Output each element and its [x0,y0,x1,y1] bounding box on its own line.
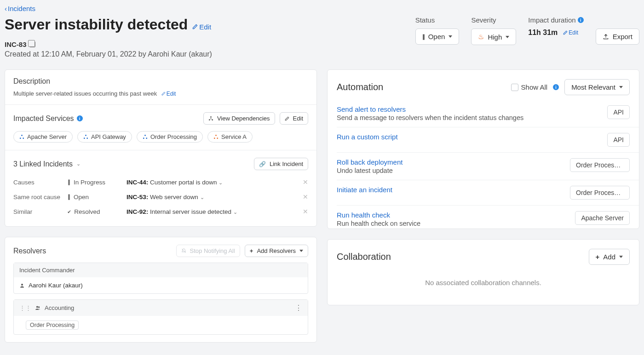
linked-relation: Similar [13,208,64,215]
automation-action-link[interactable]: Roll back deployment [337,158,402,166]
show-all-checkbox[interactable]: Show All [511,83,548,91]
collaboration-empty: No associated collaboration channels. [337,265,630,296]
automation-card: Automation Show All i Most Relevant Send… [327,69,639,229]
plus-icon: + [250,247,253,254]
view-dependencies-button[interactable]: View Dependencies [203,112,275,125]
automation-action-link[interactable]: Send alert to resolvers [337,105,523,113]
chevron-down-icon: ⌄ [76,161,80,167]
linked-relation: Same root cause [13,194,64,200]
linked-incident-row: Same root cause∥OpenINC-53: Web server d… [13,189,308,204]
linked-relation: Causes [13,179,64,186]
linked-incident-row: Similar✔ResolvedINC-92: Internal server … [13,204,308,219]
status-label: Status [415,16,460,24]
checkbox-icon [511,84,518,91]
incident-commander-label: Incident Commander [14,263,308,277]
incident-id: INC-83 [5,40,27,48]
drag-handle-icon[interactable]: ⋮⋮ [19,304,31,311]
automation-tag[interactable]: API [607,105,630,119]
team-tag[interactable]: Order Processing [26,321,79,330]
service-name: Order Processing [150,133,197,140]
status-icon: ∥ [68,194,70,200]
remove-link-button[interactable]: ✕ [299,178,308,186]
impact-value: 11h 31m [528,29,558,37]
link-icon: 🔗 [259,161,266,167]
remove-link-button[interactable]: ✕ [299,193,308,200]
automation-tag[interactable]: Order Processing [570,186,630,200]
copy-icon[interactable] [29,41,35,47]
chevron-down-icon: ⌄ [218,180,223,185]
add-resolvers-button[interactable]: + Add Resolvers [245,245,308,257]
svg-point-0 [210,116,212,118]
page-title: Server instability detected [5,16,188,33]
service-chip[interactable]: API Gateway [77,131,132,143]
status-icon: ✔ [68,208,70,215]
edit-title-link[interactable]: Edit [192,23,211,31]
export-button[interactable]: Export [596,29,639,45]
automation-title: Automation [337,82,383,92]
dependencies-icon [208,116,213,121]
meta-row: Status ∥ Open Severity ♨ High Impact dur… [415,16,639,45]
kebab-menu-icon[interactable]: ⋮ [295,303,302,312]
svg-point-5 [23,137,24,139]
service-chip[interactable]: Service A [207,131,253,143]
service-icon [19,134,24,139]
service-chip[interactable]: Order Processing [137,131,203,143]
plus-icon: + [596,253,600,261]
info-icon[interactable]: i [77,115,83,121]
commander-name: Aarohi Kaur (akaur) [29,282,83,289]
svg-point-13 [214,137,215,139]
linked-incident-row: Causes∥In ProgressINC-44: Customer porta… [13,175,308,189]
svg-point-12 [215,135,217,136]
automation-action-link[interactable]: Run health check [337,211,420,219]
chevron-down-icon: ⌄ [233,209,237,215]
linked-incidents-toggle[interactable]: 3 Linked Incidents ⌄ [13,160,80,168]
pencil-icon [192,24,198,29]
svg-point-11 [146,137,147,139]
chevron-down-icon [448,35,452,38]
linked-incident-link[interactable]: INC-44: Customer portal is down ⌄ [126,179,295,186]
automation-action-link[interactable]: Initiate an incident [337,186,392,194]
edit-description-link[interactable]: Edit [161,91,176,97]
flame-icon: ♨ [478,33,484,41]
linked-incident-link[interactable]: INC-92: Internal server issue detected ⌄ [126,208,295,215]
svg-point-17 [38,306,40,308]
info-icon[interactable]: i [553,84,559,90]
service-chip[interactable]: Apache Server [13,131,73,143]
service-name: API Gateway [91,133,126,140]
incident-commander-box: Incident Commander Aarohi Kaur (akaur) [13,263,308,294]
svg-point-15 [21,284,23,286]
automation-action-link[interactable]: Run a custom script [337,133,398,141]
automation-sub: Send a message to resolvers when the inc… [337,114,523,121]
chevron-down-icon: ⌄ [200,195,204,200]
svg-point-9 [144,135,146,136]
link-incident-button[interactable]: 🔗 Link Incident [254,158,308,170]
svg-point-10 [143,137,144,139]
automation-tag[interactable]: Apache Server [575,211,630,225]
automation-tag[interactable]: API [607,133,630,147]
resolvers-card: Resolvers Stop Notifying All + Add Resol… [5,237,317,343]
impact-label: Impact duration i [528,16,583,24]
chevron-down-icon [619,86,623,88]
severity-dropdown[interactable]: ♨ High [471,29,516,45]
service-icon [213,134,218,139]
description-text: Multiple server-related issues occurring… [13,90,157,97]
service-icon [83,134,88,139]
breadcrumb-back[interactable]: ‹ Incidents [5,5,35,12]
svg-point-3 [21,135,23,136]
edit-impact-link[interactable]: Edit [563,29,578,36]
automation-tag[interactable]: Order Processing [570,158,630,172]
add-collaboration-button[interactable]: + Add [589,249,630,265]
remove-link-button[interactable]: ✕ [299,208,308,215]
automation-sub: Undo latest update [337,167,402,174]
status-dropdown[interactable]: ∥ Open [415,29,460,45]
svg-point-4 [20,137,21,139]
edit-impacted-button[interactable]: Edit [280,112,308,125]
linked-status: Resolved [74,208,100,215]
linked-incident-link[interactable]: INC-53: Web server down ⌄ [126,194,295,200]
created-at: Created at 12:10 AM, February 01, 2022 b… [5,50,212,58]
automation-sort-dropdown[interactable]: Most Relevant [564,79,630,95]
service-name: Apache Server [27,133,67,140]
description-title: Description [13,77,308,86]
info-icon[interactable]: i [578,17,584,23]
chevron-down-icon [506,36,509,38]
